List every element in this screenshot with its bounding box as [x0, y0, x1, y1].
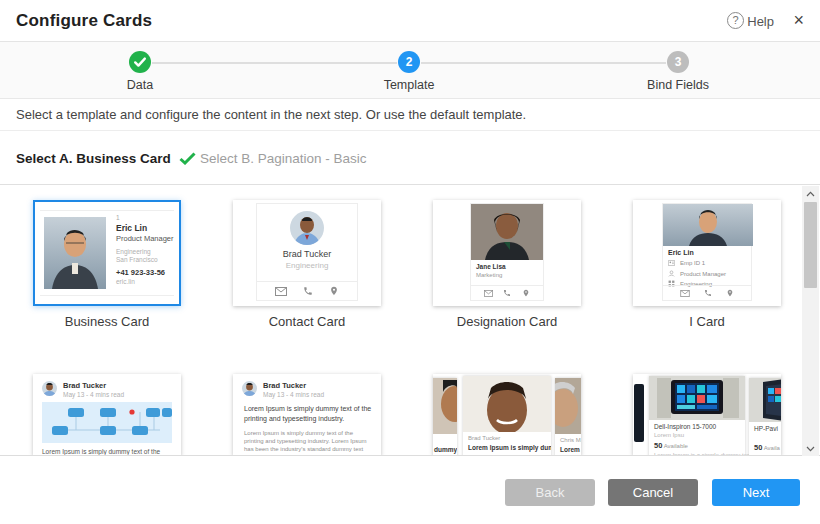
close-icon[interactable]: ×	[793, 10, 804, 30]
carousel-item-left: dummy mmy text of the	[433, 378, 457, 456]
card-dept: Engineering	[257, 261, 357, 270]
product-sub: Lorem Ipsu	[654, 432, 684, 438]
template-gallery: 1 Eric Lin Product Manager Engineering S…	[0, 185, 820, 456]
product-photo	[749, 378, 781, 422]
carousel-lead: dummy	[434, 446, 457, 453]
mail-icon	[680, 290, 690, 297]
help-button[interactable]: Help	[747, 14, 774, 29]
back-button[interactable]: Back	[505, 479, 595, 506]
carousel-name: Brad Tucker	[468, 435, 500, 441]
contact-actions	[663, 285, 751, 300]
feed-author: Brad Tucker	[63, 381, 106, 390]
i-card-preview: Eric Lin Emp ID 1 Product Manager Engine…	[662, 203, 752, 301]
contact-card-preview: Brad Tucker Engineering	[256, 203, 358, 301]
carousel-lead: Lorem Ipsum is simply dummy	[468, 444, 551, 451]
carousel-name: Chris Madison	[560, 437, 581, 443]
scroll-down-icon[interactable]	[802, 441, 819, 456]
contact-actions	[257, 281, 357, 300]
card-index: 1	[116, 214, 174, 222]
carousel-text: Lorem Ipsum is simply dummy text of the	[468, 455, 551, 456]
employee-photo	[663, 204, 753, 246]
card-phone: +41 923-33-56	[116, 268, 174, 277]
template-tile-business-card[interactable]: 1 Eric Lin Product Manager Engineering S…	[33, 200, 181, 306]
feed-meta: May 13 - 4 mins read	[263, 391, 324, 398]
stepper: 2 3 Data Template Bind Fields	[0, 42, 820, 99]
avatar	[42, 381, 57, 396]
product-stock-word: Available	[664, 443, 688, 449]
card-title: Product Manager	[680, 271, 726, 277]
template-tile-people-carousel[interactable]: dummy mmy text of the Brad Tucker Lorem …	[433, 374, 581, 456]
card-name: Eric Lin	[116, 223, 174, 234]
flowchart-image	[42, 402, 172, 443]
carousel-item-right: HP-Pavi 50 Availa Lorem Ips	[749, 378, 781, 456]
template-select-tabs: Select A. Business Card Select B. Pagina…	[0, 131, 820, 185]
mail-icon	[275, 287, 287, 296]
mail-icon	[484, 290, 493, 297]
carousel-item-right: Chris Madison Lorem Ipsum is a Lorem Ips…	[555, 378, 581, 456]
card-email: eric.lin	[116, 278, 174, 286]
template-name-contact-card: Contact Card	[233, 314, 381, 329]
step-data-check-icon[interactable]	[129, 51, 151, 73]
template-tile-contact-card[interactable]: Brad Tucker Engineering	[233, 200, 381, 306]
step-template-number[interactable]: 2	[398, 51, 420, 73]
product-title: HP-Pavi	[754, 425, 778, 432]
phone-icon	[704, 289, 712, 297]
card-dept: Marketing	[476, 272, 502, 278]
person-icon	[668, 270, 675, 277]
step-label-bind-fields: Bind Fields	[618, 78, 738, 92]
template-tile-feed-text[interactable]: Brad Tucker May 13 - 4 mins read Lorem I…	[233, 374, 381, 456]
card-name: Eric Lin	[668, 249, 694, 256]
card-emp-id: Emp ID 1	[680, 260, 705, 266]
product-text: Lorem Ips	[754, 454, 781, 456]
scrollbar-thumb[interactable]	[804, 202, 817, 288]
card-name: Jane Lisa	[476, 263, 506, 270]
stepper-connector	[152, 62, 397, 64]
instruction-text: Select a template and configure the cont…	[16, 107, 526, 122]
tab-select-b-pagination-basic[interactable]: Select B. Pagination - Basic	[200, 151, 367, 166]
location-icon	[329, 285, 339, 297]
template-name-i-card: I Card	[633, 314, 781, 329]
person-photo	[463, 376, 551, 432]
avatar	[290, 211, 324, 245]
carousel-item-center: Brad Tucker Lorem Ipsum is simply dummy …	[463, 376, 551, 456]
feed-author: Brad Tucker	[263, 381, 306, 390]
help-icon[interactable]: ?	[727, 12, 744, 29]
step-bindfields-number[interactable]: 3	[667, 51, 689, 73]
carousel-item-center: Dell-Inspiron 15-7000 Lorem Ipsu 50 Avai…	[649, 376, 745, 456]
tab-a-label: Select A. Business Card	[16, 151, 171, 166]
template-tile-feed-diagram[interactable]: Brad Tucker May 13 - 4 mins read Lorem I…	[33, 374, 181, 456]
template-tile-i-card[interactable]: Eric Lin Emp ID 1 Product Manager Engine…	[633, 200, 781, 306]
product-stock: 50 Available	[654, 441, 688, 450]
employee-photo	[44, 217, 106, 289]
person-photo	[555, 378, 581, 434]
template-tile-designation-card[interactable]: Jane Lisa Marketing	[433, 200, 581, 306]
card-name: Brad Tucker	[257, 249, 357, 259]
next-button[interactable]: Next	[712, 479, 800, 506]
scroll-up-icon[interactable]	[802, 186, 819, 201]
cancel-button[interactable]: Cancel	[608, 479, 698, 506]
tab-select-a-business-card[interactable]: Select A. Business Card	[16, 151, 196, 166]
phone-icon	[503, 289, 511, 297]
card-city: San Francisco	[116, 256, 174, 264]
product-stock-count: 50	[654, 441, 662, 450]
employee-photo	[471, 204, 543, 260]
template-tile-product-carousel[interactable]: Dell-Inspiron 15-7000 Lorem Ipsu 50 Avai…	[633, 374, 781, 456]
product-photo	[649, 376, 745, 420]
location-icon	[522, 288, 530, 298]
product-stock-word: Availa	[764, 445, 780, 451]
step-label-data: Data	[80, 78, 200, 92]
feed-meta: May 13 - 4 mins read	[63, 391, 124, 398]
dialog-header: Configure Cards ? Help ×	[0, 0, 820, 42]
vertical-scrollbar[interactable]	[802, 186, 819, 456]
carousel-lead: Lorem Ipsum is a	[560, 446, 581, 453]
badge-icon	[668, 260, 675, 266]
dialog-footer: Back Cancel Next	[0, 457, 820, 524]
business-card-preview: 1 Eric Lin Product Manager Engineering S…	[40, 210, 174, 296]
check-icon	[179, 152, 196, 165]
feed-lead: Lorem Ipsum is simply dummy text of the …	[244, 404, 372, 424]
product-stock-count: 50	[754, 443, 762, 452]
feed-body: Lorem Ipsum is simply dummy text of the …	[244, 429, 372, 456]
feed-text: Lorem Ipsum is simply dummy text of the …	[42, 447, 172, 456]
card-title: Product Manager	[116, 234, 174, 243]
product-stock: 50 Availa	[754, 443, 780, 452]
